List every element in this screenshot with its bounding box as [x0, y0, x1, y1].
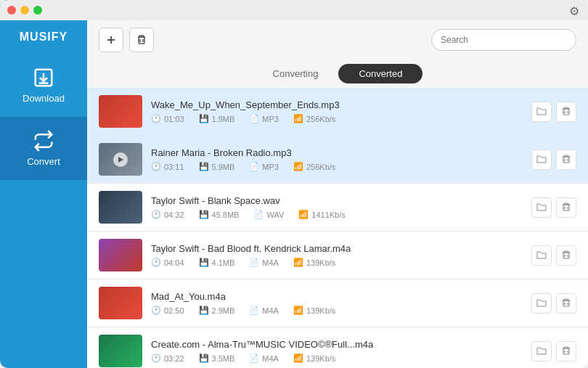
- file-item: Create.com - Alma-Tru™MUSIC VIDEO©®Full.…: [87, 327, 588, 368]
- search-input[interactable]: [431, 29, 576, 51]
- delete-icon: [561, 107, 571, 117]
- svg-marker-11: [118, 157, 123, 163]
- file-item: Rainer Maria - Broken Radio.mp3 🕐 03:11 …: [87, 136, 588, 184]
- file-info: Taylor Swift - Blank Space.wav 🕐 04:32 💾…: [151, 195, 523, 219]
- close-button[interactable]: [7, 6, 16, 15]
- download-icon: [33, 67, 54, 89]
- folder-icon: [536, 107, 547, 117]
- bitrate-icon: 📶: [293, 258, 303, 267]
- file-delete-button[interactable]: [556, 341, 576, 361]
- format-icon: 📄: [249, 306, 259, 315]
- bitrate-icon: 📶: [293, 114, 303, 123]
- file-delete-button[interactable]: [556, 102, 576, 122]
- file-name: Rainer Maria - Broken Radio.mp3: [151, 147, 523, 158]
- file-folder-button[interactable]: [531, 197, 552, 218]
- file-list: Wake_Me_Up_When_September_Ends.mp3 🕐 01:…: [87, 88, 588, 368]
- file-item: Mad_At_You.m4a 🕐 02:50 💾 2.9MB 📄 M4A: [87, 279, 588, 327]
- tabs: Converting Converted: [87, 60, 588, 88]
- file-format: 📄 WAV: [253, 210, 284, 219]
- folder-icon: [536, 298, 547, 308]
- file-item: Wake_Me_Up_When_September_Ends.mp3 🕐 01:…: [87, 88, 588, 136]
- clock-icon: 🕐: [151, 306, 161, 315]
- file-actions: [531, 197, 576, 218]
- file-folder-button[interactable]: [531, 150, 552, 170]
- add-icon: [105, 34, 117, 46]
- size-icon: 💾: [199, 162, 209, 171]
- size-icon: 💾: [199, 353, 209, 363]
- file-thumbnail: [99, 191, 142, 224]
- file-duration: 🕐 02:50: [151, 306, 184, 315]
- file-thumbnail: [99, 239, 142, 271]
- file-item: Taylor Swift - Blank Space.wav 🕐 04:32 💾…: [87, 184, 588, 232]
- svg-rect-8: [563, 109, 569, 115]
- file-meta: 🕐 03:11 💾 5.9MB 📄 MP3 📶 256Kb/s: [151, 162, 523, 171]
- file-folder-button[interactable]: [531, 293, 552, 314]
- title-bar: ⚙: [0, 0, 588, 20]
- svg-rect-12: [563, 157, 569, 163]
- file-duration: 🕐 04:04: [151, 258, 184, 267]
- delete-icon: [561, 155, 571, 165]
- folder-icon: [536, 203, 547, 213]
- delete-icon: [561, 298, 571, 308]
- settings-button[interactable]: ⚙: [569, 4, 579, 18]
- file-delete-button[interactable]: [556, 150, 576, 170]
- bitrate-icon: 📶: [298, 210, 309, 219]
- file-format: 📄 MP3: [249, 114, 279, 123]
- svg-rect-15: [563, 205, 569, 210]
- size-icon: 💾: [199, 306, 209, 315]
- file-delete-button[interactable]: [556, 293, 576, 314]
- file-delete-button[interactable]: [556, 197, 576, 218]
- file-info: Create.com - Alma-Tru™MUSIC VIDEO©®Full.…: [151, 339, 523, 363]
- tab-converted[interactable]: Converted: [338, 64, 422, 83]
- minimize-button[interactable]: [20, 6, 29, 15]
- toolbar: [87, 20, 588, 60]
- sidebar-item-download[interactable]: Download: [0, 54, 87, 117]
- file-meta: 🕐 03:22 💾 3.5MB 📄 M4A 📶 139Kb/s: [151, 353, 523, 363]
- file-thumbnail: [99, 143, 142, 176]
- file-bitrate: 📶 139Kb/s: [293, 306, 335, 315]
- tab-converting[interactable]: Converting: [253, 64, 339, 83]
- clock-icon: 🕐: [151, 258, 161, 267]
- folder-icon: [536, 250, 547, 261]
- file-item: Taylor Swift - Bad Blood ft. Kendrick La…: [87, 232, 588, 279]
- sidebar-item-convert[interactable]: Convert: [0, 117, 87, 180]
- folder-icon: [536, 346, 547, 356]
- file-format: 📄 MP3: [249, 162, 279, 171]
- file-size: 💾 3.5MB: [199, 353, 235, 363]
- file-folder-button[interactable]: [531, 245, 552, 266]
- file-size: 💾 4.1MB: [199, 258, 235, 267]
- file-name: Wake_Me_Up_When_September_Ends.mp3: [151, 99, 523, 110]
- svg-rect-21: [563, 300, 569, 306]
- file-delete-button[interactable]: [556, 245, 576, 266]
- file-folder-button[interactable]: [531, 102, 552, 122]
- bitrate-icon: 📶: [293, 306, 303, 315]
- file-format: 📄 M4A: [249, 353, 279, 363]
- file-thumbnail: [99, 335, 142, 367]
- maximize-button[interactable]: [33, 6, 42, 15]
- svg-rect-18: [563, 253, 569, 258]
- file-folder-button[interactable]: [531, 341, 552, 361]
- format-icon: 📄: [249, 258, 259, 267]
- trash-icon: [136, 34, 147, 46]
- file-format: 📄 M4A: [249, 306, 279, 315]
- file-actions: [531, 341, 576, 361]
- file-size: 💾 1.9MB: [199, 114, 235, 123]
- file-meta: 🕐 01:03 💾 1.9MB 📄 MP3 📶 256Kb/s: [151, 114, 523, 123]
- file-info: Wake_Me_Up_When_September_Ends.mp3 🕐 01:…: [151, 99, 523, 123]
- file-info: Taylor Swift - Bad Blood ft. Kendrick La…: [151, 243, 523, 267]
- delete-button[interactable]: [129, 28, 154, 52]
- clock-icon: 🕐: [151, 114, 161, 123]
- file-name: Taylor Swift - Bad Blood ft. Kendrick La…: [151, 243, 523, 254]
- file-bitrate: 📶 139Kb/s: [293, 353, 335, 363]
- file-duration: 🕐 03:11: [151, 162, 184, 171]
- folder-icon: [536, 155, 547, 165]
- size-icon: 💾: [199, 258, 209, 267]
- file-meta: 🕐 02:50 💾 2.9MB 📄 M4A 📶 139Kb/s: [151, 306, 523, 315]
- file-name: Taylor Swift - Blank Space.wav: [151, 195, 523, 206]
- add-button[interactable]: [99, 28, 123, 52]
- format-icon: 📄: [249, 353, 259, 363]
- file-size: 💾 45.8MB: [199, 210, 240, 219]
- file-name: Create.com - Alma-Tru™MUSIC VIDEO©®Full.…: [151, 339, 523, 350]
- bitrate-icon: 📶: [293, 162, 303, 171]
- file-name: Mad_At_You.m4a: [151, 291, 523, 302]
